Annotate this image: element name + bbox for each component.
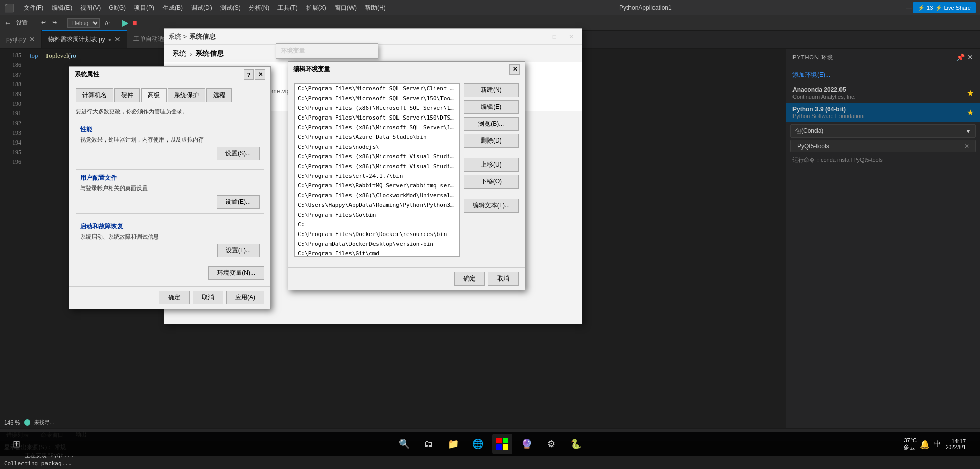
path-item-11[interactable]: C:\Program Files (x86)\ClockworkMod\Univ…: [295, 191, 459, 200]
taskbar-explorer[interactable]: 📁: [443, 434, 463, 454]
taskbar-clock[interactable]: 14:17 2022/8/1: [946, 438, 966, 450]
add-env-link[interactable]: 添加环境(E)...: [792, 71, 830, 78]
menu-extensions[interactable]: 扩展(X): [302, 0, 331, 15]
envvar-browse-btn[interactable]: 浏览(B)...: [464, 117, 519, 131]
toolbar-run-icon[interactable]: ▶: [122, 18, 128, 28]
envvar-footer: 确定 取消: [288, 267, 525, 290]
envvar-movedown-btn[interactable]: 下移(O): [464, 175, 519, 189]
env-item-anaconda[interactable]: Anaconda 2022.05 Continuum Analytics, In…: [786, 83, 980, 103]
sysprop-performance-desc: 视觉效果，处理器计划，内存使用，以及虚拟内存: [80, 136, 260, 144]
path-item-9[interactable]: C:\Program Files\erl-24.1.7\bin: [295, 171, 459, 181]
live-share-count: 13: [927, 5, 933, 11]
path-item-3[interactable]: C:\Program Files\Microsoft SQL Server\15…: [295, 113, 459, 123]
right-panel-pin-icon[interactable]: 📌: [956, 53, 965, 61]
menu-file[interactable]: 文件(F): [19, 0, 48, 15]
path-item-17[interactable]: C:\Program Files\Git\cmd: [295, 249, 459, 257]
taskbar-center: 🔍 🗂 📁 🌐 🔮 ⚙ 🐍: [394, 434, 586, 454]
sysprop-ok-btn[interactable]: 确定: [159, 291, 190, 304]
sysprop-tab-advanced[interactable]: 高级: [141, 88, 167, 102]
sysprop-performance-btn[interactable]: 设置(S)...: [217, 147, 260, 160]
sysinfo-maximize[interactable]: □: [549, 32, 561, 41]
sysprop-tab-hardware[interactable]: 硬件: [114, 88, 140, 102]
menu-view[interactable]: 视图(V): [76, 0, 105, 15]
path-item-13[interactable]: C:\Program Files\Go\bin: [295, 210, 459, 220]
taskbar-show-desktop[interactable]: [971, 434, 974, 454]
path-item-0[interactable]: C:\Program Files\Microsoft SQL Server\Cl…: [295, 84, 459, 93]
path-item-4[interactable]: C:\Program Files (x86)\Microsoft SQL Ser…: [295, 123, 459, 132]
envvar-ok-btn[interactable]: 确定: [454, 272, 485, 286]
envvar-moveup-btn[interactable]: 上移(U): [464, 158, 519, 172]
taskbar-settings[interactable]: ⚙: [541, 434, 562, 454]
pyqt5-tools-close-icon[interactable]: ✕: [964, 143, 969, 150]
env-item-python39[interactable]: Python 3.9 (64-bit) Python Software Foun…: [786, 103, 980, 122]
sysprop-profiles-section: 用户配置文件 与登录帐户相关的桌面设置 设置(E)...: [76, 169, 264, 214]
pyqt5-tools-label: PyQt5-tools: [797, 143, 829, 150]
menu-window[interactable]: 窗口(W): [331, 0, 361, 15]
taskbar-taskview[interactable]: 🗂: [418, 434, 439, 454]
taskbar-ime[interactable]: 中: [932, 438, 943, 450]
menu-help[interactable]: 帮助(H): [361, 0, 390, 15]
menu-test[interactable]: 测试(S): [216, 0, 245, 15]
path-item-6[interactable]: C:\Program Files\nodejs\: [295, 142, 459, 152]
toolbar-settings-btn[interactable]: 设置: [13, 19, 31, 27]
toolbar-stop-icon[interactable]: ■: [132, 18, 137, 28]
packages-header[interactable]: 包(Conda) ▼: [791, 125, 975, 137]
tab-pyqt-close[interactable]: ✕: [29, 35, 35, 43]
sysprop-tab-remote[interactable]: 远程: [206, 88, 232, 102]
path-item-15[interactable]: C:\Program Files\Docker\Docker\resources…: [295, 229, 459, 239]
sysprop-env-btn[interactable]: 环境变量(N)...: [208, 266, 264, 280]
window-title: PythonApplication1: [394, 4, 897, 11]
right-panel-close-icon[interactable]: ✕: [967, 53, 974, 61]
sysprop-apply-btn[interactable]: 应用(A): [226, 291, 264, 304]
path-list: C:\Program Files\Microsoft SQL Server\Cl…: [294, 83, 460, 257]
envvar-edittext-btn[interactable]: 编辑文本(T)...: [464, 199, 519, 213]
menu-build[interactable]: 生成(B): [158, 0, 187, 15]
menu-git[interactable]: Git(G): [105, 0, 130, 15]
sysprop-footer: 确定 取消 应用(A): [69, 286, 270, 309]
path-item-2[interactable]: C:\Program Files (x86)\Microsoft SQL Ser…: [295, 103, 459, 113]
toolbar-undo-icon[interactable]: ↩: [39, 18, 48, 27]
sysprop-profiles-btn[interactable]: 设置(E)...: [217, 195, 260, 209]
sysprop-help[interactable]: ?: [244, 69, 254, 80]
envvar-delete-btn[interactable]: 删除(D): [464, 134, 519, 148]
path-item-12[interactable]: C:\Users\Happy\AppData\Roaming\Python\Py…: [295, 200, 459, 210]
menu-edit[interactable]: 编辑(E): [48, 0, 76, 15]
sysinfo-minimize[interactable]: ─: [532, 32, 545, 41]
path-item-1[interactable]: C:\Program Files\Microsoft SQL Server\15…: [295, 93, 459, 103]
toolbar-back-icon[interactable]: ←: [4, 19, 11, 27]
sysprop-cancel-btn[interactable]: 取消: [193, 291, 223, 304]
path-item-10[interactable]: C:\Program Files\RabbitMQ Server\rabbitm…: [295, 181, 459, 191]
sysprop-tab-computername[interactable]: 计算机名: [76, 88, 113, 102]
envvar-cancel-btn[interactable]: 取消: [488, 272, 519, 286]
taskbar-notification-icon[interactable]: 🔔: [920, 439, 930, 449]
taskbar-app2[interactable]: 🔮: [517, 434, 537, 454]
taskbar-edge[interactable]: 🌐: [468, 434, 488, 454]
envvar-close[interactable]: ✕: [509, 64, 520, 75]
sysprop-tab-protection[interactable]: 系统保护: [168, 88, 205, 102]
menu-analyze[interactable]: 分析(N): [245, 0, 274, 15]
envvar-new-btn[interactable]: 新建(N): [464, 83, 519, 97]
taskbar-python[interactable]: 🐍: [566, 434, 586, 454]
taskbar-search[interactable]: 🔍: [394, 434, 414, 454]
envvar-edit-btn[interactable]: 编辑(E): [464, 100, 519, 114]
taskbar-app1[interactable]: [492, 434, 512, 454]
path-item-16[interactable]: C:\ProgramData\DockerDesktop\version-bin: [295, 239, 459, 249]
app-icon: ⬛: [4, 3, 14, 13]
path-item-8[interactable]: C:\Program Files (x86)\Microsoft Visual …: [295, 161, 459, 171]
start-button[interactable]: ⊞: [6, 434, 27, 454]
path-item-7[interactable]: C:\Program Files (x86)\Microsoft Visual …: [295, 152, 459, 161]
sysinfo-close[interactable]: ✕: [565, 32, 578, 41]
menu-debug[interactable]: 调试(D): [187, 0, 216, 15]
tab-material-close[interactable]: ✕: [114, 35, 121, 43]
tab-pyqt[interactable]: pyqt.py ✕: [0, 30, 42, 48]
menu-project[interactable]: 项目(P): [130, 0, 158, 15]
path-item-5[interactable]: C:\Program Files\Azure Data Studio\bin: [295, 132, 459, 142]
sysprop-startup-btn[interactable]: 设置(T)...: [217, 244, 260, 257]
tab-material[interactable]: 物料需求周计划表.py ● ✕: [42, 30, 127, 48]
debug-config-select[interactable]: Debug: [67, 18, 100, 28]
live-share-button[interactable]: ⚡ 13 ⚡ Live Share: [913, 2, 976, 13]
path-item-14[interactable]: C:: [295, 220, 459, 229]
toolbar-redo-icon[interactable]: ↪: [50, 18, 59, 27]
menu-tools[interactable]: 工具(T): [273, 0, 301, 15]
sysprop-close[interactable]: ✕: [255, 69, 265, 80]
